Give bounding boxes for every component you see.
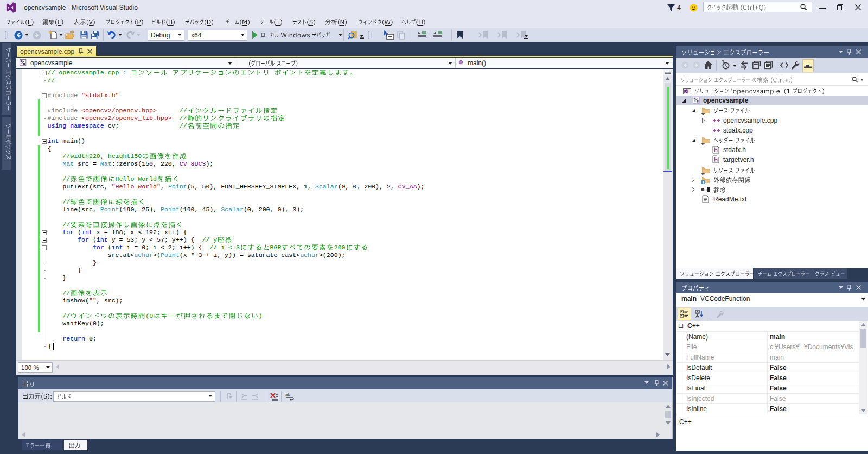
svg-text:ab: ab bbox=[285, 392, 290, 397]
